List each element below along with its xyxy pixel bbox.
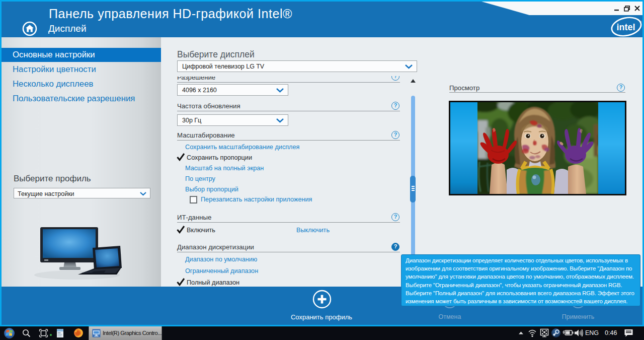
svg-text:intel: intel: [616, 22, 635, 32]
svg-text:®: ®: [639, 21, 642, 24]
